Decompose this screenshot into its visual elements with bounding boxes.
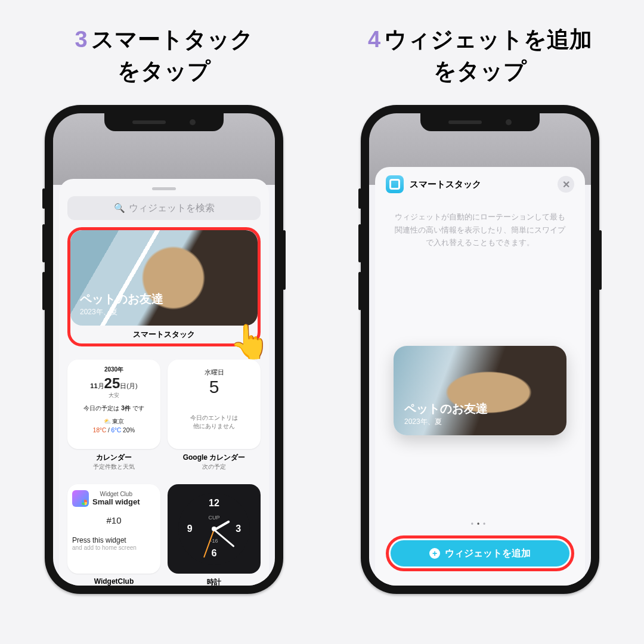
widgetclub-icon (72, 490, 89, 507)
step4-number: 4 (368, 27, 380, 52)
widget-preview[interactable]: ペットのお友達 2023年、夏 (394, 346, 566, 435)
step4-title: 4ウィジェットを追加 をタップ (368, 24, 592, 87)
step3-title: 3スマートタック をタップ (75, 24, 253, 87)
step3-number: 3 (75, 27, 87, 52)
widgetclub-widget[interactable]: Widget Club Small widget #10 Press this … (67, 484, 160, 574)
widget-search[interactable]: 🔍 ウィジェットを検索 (67, 196, 261, 220)
smart-stack-icon (386, 175, 404, 193)
search-icon: 🔍 (114, 203, 125, 213)
weather-icon: ⛅ (104, 418, 111, 425)
widget-gallery-sheet: 🔍 ウィジェットを検索 ペットのお友達 2023年、夏 スマートスタック 👆 2… (59, 179, 269, 586)
clock-widget[interactable]: 12369 CUP -16 (168, 484, 261, 574)
page-dots[interactable]: ••• (386, 520, 574, 528)
smart-stack-widget[interactable]: ペットのお友達 2023年、夏 スマートスタック 👆 (67, 227, 261, 346)
stack-label: スマートスタック (70, 326, 258, 343)
google-calendar-widget[interactable]: 水曜日 5 今日のエントリは他にありません (168, 360, 261, 449)
close-button[interactable]: ✕ (558, 176, 574, 193)
search-placeholder: ウィジェットを検索 (129, 202, 215, 215)
stack-preview-image: ペットのお友達 2023年、夏 (70, 230, 258, 326)
plus-icon: + (429, 548, 440, 559)
sheet-description: ウィジェットが自動的にローテーションして最も 関連性の高い情報を表示したり、簡単… (386, 211, 574, 249)
calendar-widget[interactable]: 2030年 11月25日(月) 大安 今日の予定は 3件 です ⛅ 東京 18°… (67, 360, 160, 449)
smart-stack-sheet: スマートスタック ✕ ウィジェットが自動的にローテーションして最も 関連性の高い… (375, 167, 585, 586)
sheet-title: スマートスタック (410, 179, 481, 190)
add-widget-highlight: + ウィジェットを追加 (386, 535, 574, 571)
add-widget-button[interactable]: + ウィジェットを追加 (391, 540, 569, 566)
stack-photo-title: ペットのお友達 (80, 291, 248, 307)
sheet-grabber[interactable] (152, 187, 176, 190)
phone-left: 🔍 ウィジェットを検索 ペットのお友達 2023年、夏 スマートスタック 👆 2… (45, 105, 283, 594)
phone-right: スマートスタック ✕ ウィジェットが自動的にローテーションして最も 関連性の高い… (361, 105, 599, 594)
stack-photo-subtitle: 2023年、夏 (80, 307, 248, 317)
